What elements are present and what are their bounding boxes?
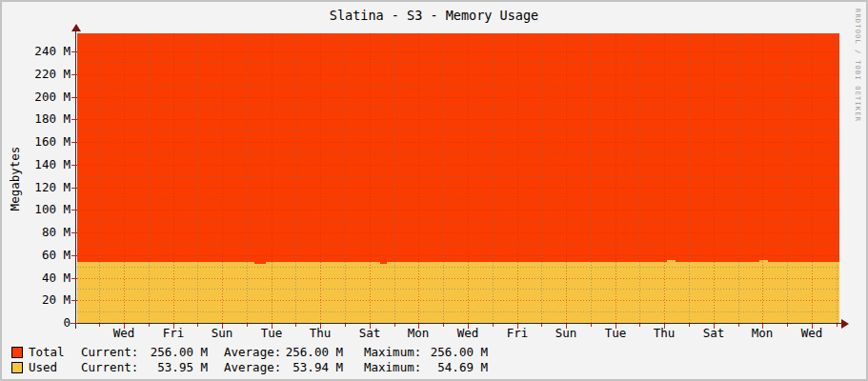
v-gridline-major <box>124 33 125 323</box>
h-gridline <box>77 119 839 120</box>
x-tick-label: Thu <box>654 327 676 339</box>
x-axis-minor-tick <box>394 324 395 327</box>
legend-average-value: 256.00 M <box>284 345 343 359</box>
x-axis-minor-tick <box>149 324 150 327</box>
h-gridline <box>77 97 839 98</box>
h-gridline <box>77 63 839 64</box>
x-tick-label: Tue <box>605 327 627 339</box>
h-gridline <box>77 176 839 177</box>
h-gridline <box>77 74 839 75</box>
y-tick-label: 220 M <box>2 68 71 81</box>
v-gridline-minor <box>738 33 739 323</box>
v-gridline-minor <box>394 33 395 323</box>
x-tick-label: Sun <box>555 327 577 339</box>
x-tick-label: Thu <box>310 327 332 339</box>
x-axis-minor-tick <box>295 324 296 327</box>
x-tick-label: Mon <box>408 327 430 339</box>
x-axis-minor-tick <box>738 324 739 327</box>
y-axis-tick <box>71 51 77 52</box>
used-memory-area <box>77 262 839 323</box>
v-gridline-major <box>812 33 813 323</box>
y-axis-tick <box>71 142 77 143</box>
h-gridline <box>77 221 839 222</box>
y-axis-tick <box>71 210 77 211</box>
x-axis-minor-tick <box>837 324 838 327</box>
y-tick-label: 180 M <box>2 112 71 126</box>
x-tick-label: Sat <box>703 327 725 339</box>
rrdtool-memory-graph: Slatina - S3 - Memory Usage RRDTOOL / TO… <box>0 0 868 381</box>
y-tick-label: 20 M <box>2 293 71 307</box>
h-gridline <box>77 142 839 143</box>
y-axis-tick <box>71 278 77 279</box>
y-axis-tick <box>71 232 77 233</box>
x-axis-minor-tick <box>99 324 100 327</box>
legend-maximum-value: 256.00 M <box>429 345 488 359</box>
y-axis-tick <box>71 188 77 189</box>
v-gridline-minor <box>443 33 444 323</box>
v-gridline-major <box>222 33 223 323</box>
x-axis-minor-tick <box>493 324 494 327</box>
x-tick-label: Fri <box>163 327 185 339</box>
y-tick-label: 140 M <box>2 158 71 171</box>
x-tick-label: Wed <box>801 327 823 339</box>
h-gridline <box>77 153 839 154</box>
x-tick-label: Fri <box>507 327 529 339</box>
y-tick-label: 120 M <box>2 181 71 194</box>
legend-average-label: Average: <box>224 360 281 374</box>
plot-area <box>77 33 839 323</box>
v-gridline-major <box>320 33 321 323</box>
legend-average-label: Average: <box>224 345 281 359</box>
v-gridline-major <box>370 33 371 323</box>
v-gridline-minor <box>149 33 150 323</box>
h-gridline <box>77 51 839 52</box>
x-axis-minor-tick <box>345 324 346 327</box>
x-axis-minor-tick <box>639 324 640 327</box>
used-dip <box>254 262 266 264</box>
x-tick-label: Tue <box>261 327 283 339</box>
x-tick-label: Wed <box>113 327 135 339</box>
y-tick-label: 200 M <box>2 90 71 104</box>
v-gridline-minor <box>295 33 296 323</box>
legend-current-value: 53.95 M <box>143 360 208 374</box>
x-axis-minor-tick <box>197 324 198 327</box>
v-gridline-minor <box>689 33 690 323</box>
rrdtool-watermark: RRDTOOL / TOBI OETIKER <box>854 9 861 122</box>
y-axis-tick <box>71 74 77 75</box>
x-tick-label: Wed <box>457 327 479 339</box>
y-axis-tick <box>71 165 77 166</box>
legend-maximum-value: 54.69 M <box>429 360 488 374</box>
h-gridline <box>77 130 839 131</box>
legend-current-label: Current: <box>81 345 138 359</box>
y-axis-tick <box>71 323 77 324</box>
h-gridline <box>77 108 839 109</box>
y-tick-label: 0 <box>2 316 71 330</box>
v-gridline-minor <box>247 33 248 323</box>
x-axis-minor-tick <box>247 324 248 327</box>
x-tick-label: Sat <box>359 327 381 339</box>
v-gridline-minor <box>345 33 346 323</box>
v-gridline-minor <box>837 33 838 323</box>
legend-current-value: 256.00 M <box>143 345 208 359</box>
v-gridline-major <box>762 33 763 323</box>
h-gridline <box>77 255 839 256</box>
h-gridline <box>77 210 839 211</box>
h-gridline <box>77 244 839 245</box>
y-tick-label: 160 M <box>2 135 71 149</box>
legend-row-total: Total Current: 256.00 M Average: 256.00 … <box>2 345 574 359</box>
v-gridline-minor <box>787 33 788 323</box>
legend-maximum-label: Maximum: <box>364 345 421 359</box>
y-tick-label: 80 M <box>2 226 71 239</box>
y-tick-label: 40 M <box>2 271 71 285</box>
y-axis-tick <box>71 97 77 98</box>
x-axis-arrow-icon <box>841 319 849 329</box>
y-axis-tick <box>71 300 77 301</box>
h-gridline <box>77 86 839 87</box>
v-gridline-major <box>173 33 174 323</box>
v-gridline-minor <box>493 33 494 323</box>
legend-swatch-total-icon <box>11 347 23 358</box>
h-gridline <box>77 289 839 290</box>
y-tick-label: 100 M <box>2 203 71 216</box>
v-gridline-minor <box>639 33 640 323</box>
legend-series-name: Total <box>29 345 65 359</box>
used-dip <box>380 262 387 264</box>
